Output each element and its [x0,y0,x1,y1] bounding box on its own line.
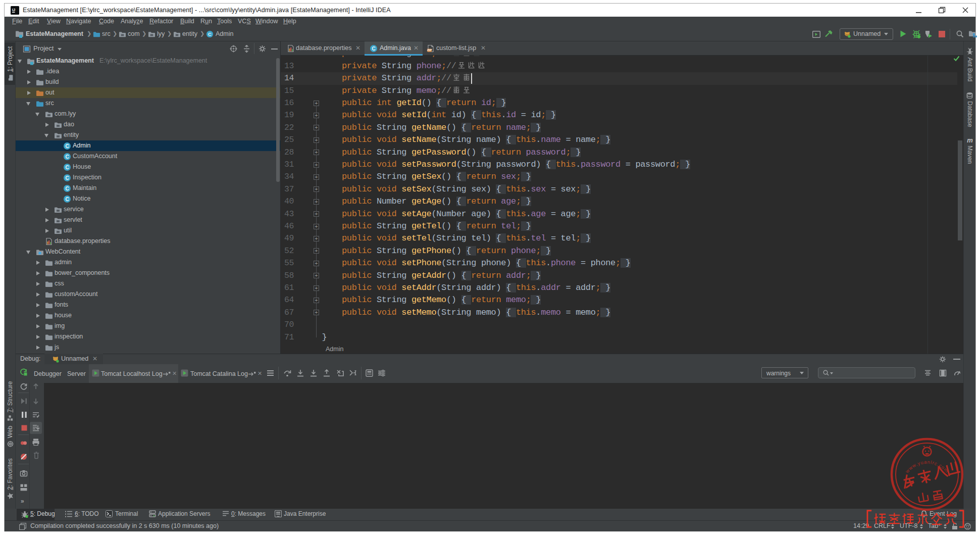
svg-text:IJ: IJ [12,8,15,12]
svg-text:JSP: JSP [427,48,432,52]
